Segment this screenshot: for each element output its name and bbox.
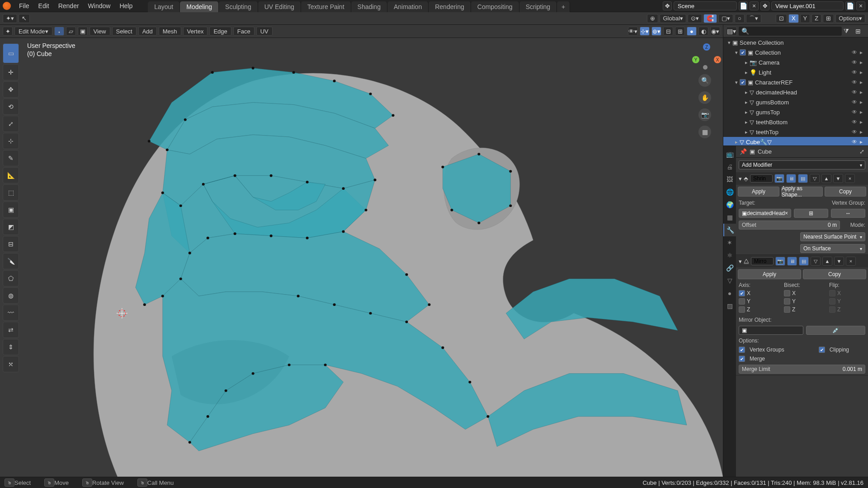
- menu-view[interactable]: View: [90, 27, 110, 36]
- ptab-physics[interactable]: ⚛: [723, 249, 736, 262]
- opt-clip-check[interactable]: ✔: [819, 347, 825, 353]
- outliner-item-gumsbottom[interactable]: ▸▽ gumsBottom 👁▸: [723, 97, 868, 107]
- vg-field[interactable]: ⊞: [794, 209, 828, 218]
- ptab-viewlayer[interactable]: 🖼: [723, 173, 736, 186]
- shrinkwrap-apply-shape[interactable]: Apply as Shape...: [781, 187, 823, 197]
- outliner-item-cube[interactable]: ▸▽ Cube 🔧▽ 👁▸: [723, 137, 868, 145]
- menu-edit[interactable]: Edit: [34, 2, 54, 9]
- tab-add-workspace[interactable]: +: [557, 1, 570, 12]
- mesh-automerge-icon[interactable]: ⊡: [776, 14, 787, 23]
- layer-browse-icon[interactable]: ❖: [760, 1, 769, 10]
- tool-polybuild[interactable]: ⬠: [3, 270, 19, 286]
- view-layer-selector[interactable]: View Layer.001: [771, 1, 844, 10]
- merge-limit-field[interactable]: Merge Limit 0.001 m: [739, 365, 865, 374]
- ptab-scene[interactable]: 🌐: [723, 186, 736, 198]
- mirror-cage-toggle[interactable]: ▽: [811, 257, 821, 266]
- menu-add[interactable]: Add: [138, 27, 157, 36]
- tab-shading[interactable]: Shading: [351, 1, 387, 12]
- axis-x-toggle[interactable]: X: [788, 14, 799, 23]
- outliner-item-light[interactable]: ▸💡 Light 👁▸: [723, 67, 868, 77]
- mirror-render-toggle[interactable]: 📷: [775, 257, 785, 266]
- mirror-object-eyedrop[interactable]: 💉: [806, 326, 865, 335]
- menu-edge[interactable]: Edge: [209, 27, 231, 36]
- viewport-canvas[interactable]: [0, 38, 723, 477]
- zoom-icon[interactable]: 🔍: [698, 74, 711, 87]
- outliner-item-decimatedhead[interactable]: ▸▽ decimatedHead 👁▸: [723, 87, 868, 97]
- shrinkwrap-render-toggle[interactable]: 📷: [774, 174, 784, 183]
- ptab-object[interactable]: ▦: [723, 211, 736, 224]
- tab-compositing[interactable]: Compositing: [471, 1, 519, 12]
- menu-file[interactable]: File: [14, 2, 34, 9]
- opt-vg-check[interactable]: ✔: [739, 347, 745, 353]
- overlay-toggle-icon[interactable]: ⊚▾: [651, 27, 661, 36]
- outliner-tree[interactable]: ▾▣ Scene Collection ▾✔▣ Collection 👁▸ ▸📷…: [723, 38, 868, 145]
- tool-rip[interactable]: ⤲: [3, 356, 19, 372]
- proportional-edit-toggle[interactable]: ○: [735, 14, 745, 23]
- tool-inset[interactable]: ▣: [3, 202, 19, 218]
- shading-lookdev-icon[interactable]: ◐: [698, 27, 708, 36]
- mirror-move-up[interactable]: ▲: [822, 257, 832, 266]
- breadcrumb-object[interactable]: Cube: [758, 148, 772, 155]
- menu-mesh[interactable]: Mesh: [159, 27, 181, 36]
- outliner-item-teethtop[interactable]: ▸▽ teethTop 👁▸: [723, 127, 868, 137]
- shrinkwrap-copy[interactable]: Copy: [825, 187, 866, 197]
- tool-cursor[interactable]: ✛: [3, 64, 19, 80]
- tab-scripting[interactable]: Scripting: [519, 1, 557, 12]
- cursor-tool-icon[interactable]: ↖: [19, 14, 30, 23]
- mirror-editmode-toggle[interactable]: ▤: [799, 257, 809, 266]
- ptab-mesh[interactable]: ▽: [723, 274, 736, 287]
- ptab-output[interactable]: 🖨: [723, 160, 736, 173]
- automerge-settings-icon[interactable]: ⊞: [823, 14, 834, 23]
- tool-transform[interactable]: ⊹: [3, 133, 19, 149]
- face-select-mode[interactable]: ▣: [78, 27, 88, 36]
- properties-expand-icon[interactable]: ⤢: [859, 148, 864, 155]
- editor-type-icon[interactable]: ✦▾: [3, 14, 17, 23]
- outliner-item-gumstop[interactable]: ▸▽ gumsTop 👁▸: [723, 107, 868, 117]
- ptab-modifier[interactable]: 🔧: [723, 224, 736, 236]
- axis-gizmo[interactable]: X Y Z: [691, 42, 718, 70]
- menu-face[interactable]: Face: [233, 27, 255, 36]
- viewport-3d[interactable]: User Perspective (0) Cube ▭ ✛ ✥ ⟲ ⤢ ⊹ ✎ …: [0, 38, 723, 477]
- axis-z-icon[interactable]: Z: [703, 43, 710, 51]
- tool-edgeslide[interactable]: ⇄: [3, 322, 19, 338]
- mode-selector[interactable]: Edit Mode ▾: [14, 27, 52, 36]
- scene-selector[interactable]: Scene: [674, 1, 737, 10]
- ptab-material[interactable]: ●: [723, 287, 736, 300]
- tool-rotate[interactable]: ⟲: [3, 99, 19, 115]
- ptab-texture[interactable]: ▨: [723, 300, 736, 312]
- tool-measure[interactable]: 📐: [3, 167, 19, 183]
- ptab-render[interactable]: 📺: [723, 148, 736, 160]
- vertex-select-mode[interactable]: ⬩: [54, 27, 64, 36]
- ptab-particles[interactable]: ✶: [723, 236, 736, 249]
- menu-help[interactable]: Help: [115, 2, 137, 9]
- mirror-object-field[interactable]: ▣: [739, 326, 803, 335]
- pan-icon[interactable]: ✋: [698, 91, 711, 104]
- shrinkwrap-realtime-toggle[interactable]: 🖥: [786, 174, 796, 183]
- shrinkwrap-apply[interactable]: Apply: [738, 187, 779, 197]
- mirror-apply[interactable]: Apply: [738, 269, 801, 279]
- tool-loopcut[interactable]: ⊟: [3, 236, 19, 252]
- menu-render[interactable]: Render: [54, 2, 84, 9]
- tab-modeling[interactable]: Modeling: [180, 1, 219, 12]
- vg-invert[interactable]: ↔: [831, 209, 865, 218]
- shrinkwrap-name-field[interactable]: [750, 174, 773, 183]
- snap-mode[interactable]: On Surface: [800, 244, 865, 253]
- tab-layout[interactable]: Layout: [148, 1, 180, 12]
- mirror-name-field[interactable]: [751, 257, 774, 265]
- options-menu[interactable]: Options ▾: [835, 14, 865, 23]
- mirror-copy[interactable]: Copy: [803, 269, 866, 279]
- tool-scale[interactable]: ⤢: [3, 116, 19, 132]
- outliner-search[interactable]: 🔍: [739, 27, 842, 36]
- pivot-menu[interactable]: ⊙▾: [688, 14, 702, 23]
- shrinkwrap-move-up[interactable]: ▲: [821, 174, 831, 183]
- tool-knife[interactable]: 🔪: [3, 253, 19, 269]
- tab-texture-paint[interactable]: Texture Paint: [301, 1, 351, 12]
- mirror-realtime-toggle[interactable]: 🖥: [787, 257, 797, 266]
- outliner-display-mode-icon[interactable]: ▤▾: [726, 27, 737, 36]
- outliner-scene-collection[interactable]: ▾▣ Scene Collection: [723, 38, 868, 47]
- shrinkwrap-move-down[interactable]: ▼: [833, 174, 843, 183]
- ptab-world[interactable]: 🌍: [723, 198, 736, 211]
- tool-smooth[interactable]: 〰: [3, 305, 19, 321]
- mirror-header[interactable]: ▾⧋ 📷 🖥 ▤ ▽ ▲ ▼ ×: [736, 255, 868, 267]
- outliner-collection-1[interactable]: ▾✔▣ CharacterREF 👁▸: [723, 77, 868, 87]
